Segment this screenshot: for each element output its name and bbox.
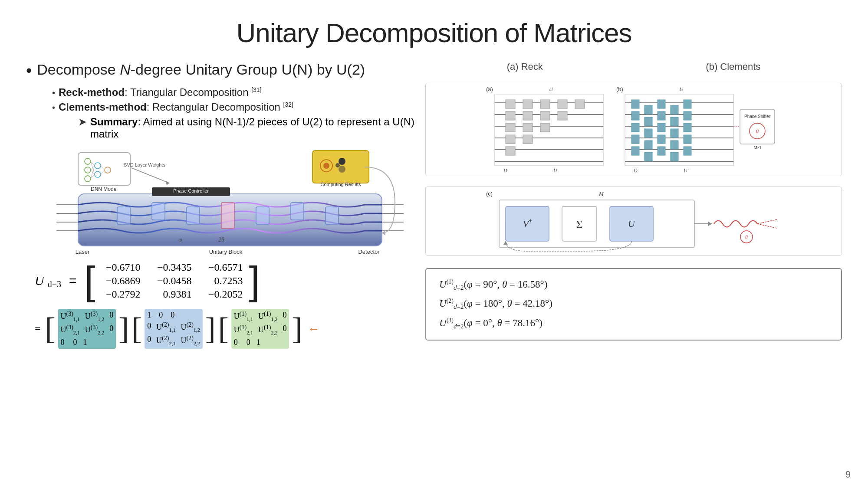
svg-rect-94 [644, 129, 652, 138]
bracket-r2: ] [205, 315, 216, 342]
svg-rect-98 [658, 111, 665, 120]
matrix-row-3: −0.2792 0.9381 −0.2052 [102, 288, 243, 301]
svg-text:θ: θ [745, 234, 748, 240]
svg-line-34 [132, 168, 169, 183]
svg-rect-4 [221, 203, 234, 229]
svg-rect-105 [671, 141, 678, 149]
matrix-bracket-right: ] [249, 264, 260, 298]
svg-point-40 [339, 158, 345, 165]
bullet-dot: • [26, 61, 32, 81]
svg-rect-87 [631, 100, 639, 108]
svg-text:2θ: 2θ [218, 236, 224, 243]
main-bullet-text: Decompose N-degree Unitary Group U(N) by… [37, 61, 365, 78]
svg-rect-62 [506, 111, 515, 120]
svg-point-41 [339, 166, 345, 173]
svg-rect-90 [631, 135, 639, 144]
svg-marker-128 [708, 222, 712, 226]
reck-clements-svg: (a) U D U' [426, 83, 842, 176]
m31: −0.2792 [102, 288, 141, 300]
svd-svg: (c) M V† Σ U [426, 187, 842, 256]
bullet-dot-reck: • [52, 88, 55, 98]
content-area: • Decompose N-degree Unitary Group U(N) … [26, 61, 842, 349]
photonic-circuit-diagram: (a) U D U' [425, 83, 842, 176]
u3-12: U(3)1,2 [85, 311, 104, 323]
matrix-section: U d=3 = [ −0.6710 −0.3435 −0.6571 −0.686… [35, 261, 417, 301]
matrix-values: −0.6710 −0.3435 −0.6571 −0.6869 −0.0458 … [102, 261, 243, 301]
svg-rect-100 [658, 135, 665, 144]
svg-rect-103 [671, 117, 678, 126]
svg-text:(b): (b) [616, 86, 623, 92]
result-line-1: U(1)d=2(φ = 90°, θ = 16.58°) [439, 278, 828, 291]
zero7: 0 [147, 321, 151, 334]
svg-rect-107 [684, 100, 691, 108]
zero1: 0 [109, 311, 113, 323]
svg-rect-61 [506, 100, 515, 108]
result-line-3: U(3)d=2(φ = 0°, θ = 78.16°) [439, 317, 828, 330]
u1-22: U(1)2,2 [258, 324, 277, 336]
zero5: 0 [159, 311, 163, 320]
svg-rect-73 [558, 100, 567, 108]
svg-text:U: U [628, 218, 636, 229]
u1-12: U(1)1,2 [258, 311, 277, 323]
u1-21: U(1)2,1 [234, 324, 253, 336]
arrow-icon: ➤ [78, 116, 87, 140]
svg-rect-110 [684, 135, 691, 144]
u3-21: U(3)2,1 [61, 324, 80, 336]
zero2: 0 [109, 324, 113, 336]
svg-text:MZI: MZI [753, 145, 761, 150]
svg-rect-18 [78, 153, 130, 185]
clements-label: (b) Clements [706, 61, 760, 72]
svg-rect-68 [523, 123, 533, 132]
svg-line-131 [757, 219, 777, 224]
summary-text: Summary: Aimed at using N(N-1)/2 pieces … [90, 116, 417, 140]
sub-bullet-reck: • Reck-method: Triangular Decomposition … [52, 86, 417, 98]
slide: Unitary Decomposition of Matrices • Deco… [0, 0, 868, 488]
bullet-dot-clements: • [52, 103, 55, 113]
svg-text:D: D [503, 167, 507, 174]
result-line-2: U(2)d=2(φ = 180°, θ = 42.18°) [439, 298, 828, 311]
svg-rect-106 [671, 152, 678, 161]
svg-text:Laser: Laser [76, 249, 90, 255]
svg-rect-66 [523, 100, 533, 108]
svg-text:θ: θ [756, 128, 759, 134]
bracket-r1: ] [118, 315, 129, 342]
m21: −0.6869 [102, 275, 141, 287]
sub-bullet-clements: • Clements-method: Rectangular Decomposi… [52, 101, 417, 113]
eq-equals: = [35, 323, 41, 334]
svg-line-132 [757, 224, 777, 228]
one3: 1 [256, 338, 260, 347]
zero8: 0 [147, 335, 151, 347]
m23: 0.7253 [204, 275, 243, 287]
svg-text:M: M [598, 190, 604, 197]
u2-21: U(2)2,1 [156, 335, 175, 347]
svg-text:U': U' [684, 167, 689, 174]
svg-rect-99 [658, 123, 665, 132]
m33: −0.2052 [204, 288, 243, 300]
svg-text:(a): (a) [486, 86, 493, 92]
svg-rect-95 [644, 141, 652, 149]
svg-rect-93 [644, 117, 652, 126]
zero6: 0 [171, 311, 174, 320]
svg-rect-111 [684, 147, 691, 155]
svg-rect-63 [506, 123, 515, 132]
svg-text:Computing Results: Computing Results [321, 182, 361, 187]
results-box: U(1)d=2(φ = 90°, θ = 16.58°) U(2)d=2(φ =… [425, 268, 842, 341]
sub-bullet-clements-text: Clements-method: Rectangular Decompositi… [59, 101, 293, 113]
photonic-chip-diagram: Phase Controller [52, 146, 408, 259]
m12: −0.3435 [153, 262, 192, 273]
bracket-l3: [ [218, 315, 229, 342]
svg-rect-108 [684, 111, 691, 120]
svg-point-42 [335, 163, 340, 167]
svg-rect-3 [187, 207, 200, 224]
matrix-eq-sign: = [69, 273, 77, 288]
svg-text:D: D [633, 167, 638, 174]
svg-rect-102 [671, 105, 678, 114]
matrix-row-2: −0.6869 −0.0458 0.7253 [102, 274, 243, 288]
svg-text:Phase Controller: Phase Controller [173, 188, 209, 193]
svg-rect-64 [506, 135, 515, 144]
svg-rect-72 [540, 123, 550, 132]
u3-11: U(3)1,1 [61, 311, 80, 323]
svg-text:SVD Layer Weights: SVD Layer Weights [124, 162, 165, 167]
zero4: 0 [73, 338, 77, 347]
u1-11: U(1)1,1 [234, 311, 253, 323]
